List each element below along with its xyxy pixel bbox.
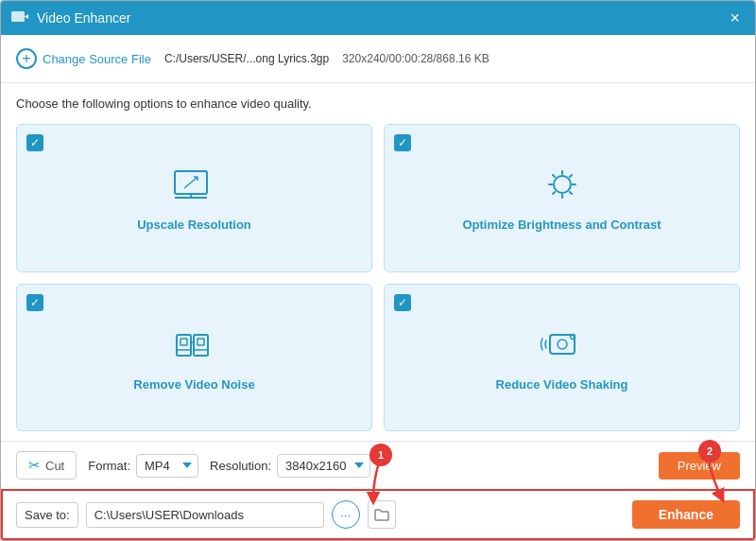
resolution-select[interactable]: 3840x2160 1920x1080 1280x720 854x480 xyxy=(277,454,370,478)
window-title: Video Enhancer xyxy=(37,10,130,26)
preview-button[interactable]: Preview xyxy=(659,452,740,480)
shaking-label: Reduce Video Shaking xyxy=(496,377,628,392)
resolution-group: Resolution: 3840x2160 1920x1080 1280x720… xyxy=(210,454,370,478)
svg-line-15 xyxy=(570,175,572,177)
svg-line-13 xyxy=(553,175,555,177)
save-path-input[interactable] xyxy=(86,502,324,528)
svg-marker-1 xyxy=(25,14,28,19)
folder-icon xyxy=(374,509,389,521)
save-bar-wrapper: 1 2 Save t xyxy=(1,489,755,540)
format-select[interactable]: MP4 AVI MOV MKV WMV xyxy=(136,454,198,478)
scissors-icon: ✂ xyxy=(28,457,41,474)
svg-line-14 xyxy=(570,192,572,194)
cut-label: Cut xyxy=(45,459,64,473)
source-bar: + Change Source File C:/Users/USER/...on… xyxy=(1,35,755,83)
svg-rect-18 xyxy=(180,339,187,345)
checkbox-upscale[interactable]: ✓ xyxy=(26,134,43,151)
svg-point-26 xyxy=(570,334,575,339)
save-to-label: Save to: xyxy=(16,502,78,528)
svg-point-8 xyxy=(554,176,571,193)
svg-rect-0 xyxy=(11,11,25,22)
checkbox-shaking[interactable]: ✓ xyxy=(394,294,411,311)
main-content: Choose the following options to enhance … xyxy=(1,83,755,441)
app-icon xyxy=(10,9,29,27)
checkbox-noise[interactable]: ✓ xyxy=(26,294,43,311)
toolbar: ✂ Cut Format: MP4 AVI MOV MKV WMV Resolu… xyxy=(1,441,755,489)
checkbox-brightness[interactable]: ✓ xyxy=(394,134,411,151)
browse-dots-button[interactable]: ··· xyxy=(332,500,360,529)
options-grid: ✓ Upscale Resolution ✓ xyxy=(16,124,740,431)
brightness-label: Optimize Brightness and Contrast xyxy=(462,218,661,232)
svg-line-5 xyxy=(184,177,198,188)
main-window: Video Enhancer × + Change Source File C:… xyxy=(0,0,756,541)
format-group: Format: MP4 AVI MOV MKV WMV xyxy=(88,454,198,478)
svg-line-16 xyxy=(553,192,555,194)
option-upscale[interactable]: ✓ Upscale Resolution xyxy=(16,124,372,272)
titlebar-left: Video Enhancer xyxy=(10,9,130,27)
shaking-icon xyxy=(539,327,586,368)
folder-button[interactable] xyxy=(368,500,396,529)
close-button[interactable]: × xyxy=(724,8,746,28)
noise-label: Remove Video Noise xyxy=(133,377,254,392)
format-label: Format: xyxy=(88,459,130,473)
enhance-button[interactable]: Enhance xyxy=(632,500,740,529)
file-path: C:/Users/USER/...ong Lyrics.3gp xyxy=(164,52,329,65)
brightness-icon xyxy=(539,167,586,208)
noise-icon xyxy=(171,327,218,368)
subtitle-text: Choose the following options to enhance … xyxy=(16,96,740,111)
resolution-label: Resolution: xyxy=(210,459,271,473)
option-brightness[interactable]: ✓ Optimize Brightness and xyxy=(384,124,740,272)
titlebar: Video Enhancer × xyxy=(1,1,755,35)
change-source-label: Change Source File xyxy=(43,52,151,66)
add-icon: + xyxy=(16,48,37,69)
change-source-button[interactable]: + Change Source File xyxy=(16,44,151,73)
file-meta: 320x240/00:00:28/868.16 KB xyxy=(342,52,489,65)
option-shaking[interactable]: ✓ Reduce Video Shaking xyxy=(384,284,740,432)
svg-point-25 xyxy=(558,340,567,349)
option-noise[interactable]: ✓ Remove Video Noise xyxy=(16,284,372,432)
save-bar: Save to: ··· Enhance xyxy=(1,489,755,540)
upscale-icon xyxy=(171,167,218,208)
upscale-label: Upscale Resolution xyxy=(137,218,251,232)
svg-rect-21 xyxy=(198,339,204,345)
cut-button[interactable]: ✂ Cut xyxy=(16,451,77,480)
